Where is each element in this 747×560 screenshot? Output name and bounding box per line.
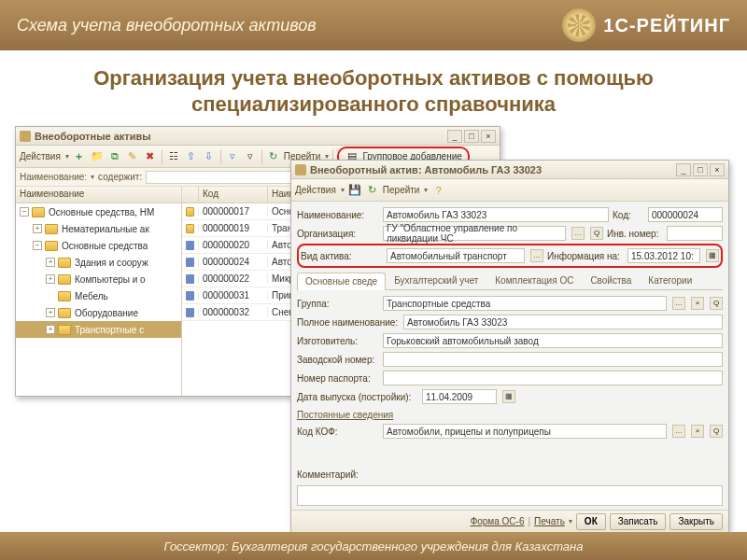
kind-field[interactable]: Автомобильный транспорт: [387, 248, 525, 263]
comment-field[interactable]: [297, 485, 723, 506]
tab[interactable]: Комплектация ОС: [486, 272, 582, 289]
save-icon[interactable]: 💾: [347, 183, 362, 198]
select-icon[interactable]: …: [530, 249, 543, 262]
kof-field[interactable]: Автомобили, прицепы и полуприцепы: [383, 424, 667, 439]
col-name[interactable]: Наименование: [16, 187, 182, 203]
dropdown-icon[interactable]: ▾: [91, 173, 94, 181]
close-button[interactable]: ×: [481, 130, 496, 143]
window-asset-form: Внеоборотный актив: Автомобиль ГАЗ 33023…: [290, 160, 729, 533]
tree-item[interactable]: +Оборудование: [16, 304, 181, 321]
dropdown-icon[interactable]: ▾: [341, 186, 345, 194]
tree-toggle-icon[interactable]: +: [46, 258, 55, 267]
canvas: Внеоборотные активы _ □ × Действия ▾ ＋ 📁…: [15, 126, 732, 535]
col-icon[interactable]: [182, 187, 199, 203]
tree-item[interactable]: +Компьютеры и о: [16, 271, 181, 287]
clear-filter-icon[interactable]: ▿: [243, 149, 258, 164]
tree-toggle-icon[interactable]: +: [33, 224, 42, 233]
col-code[interactable]: Код: [199, 187, 268, 203]
dropdown-icon[interactable]: ▾: [569, 517, 572, 525]
select-icon[interactable]: …: [571, 227, 585, 240]
tab[interactable]: Бухгалтерский учет: [386, 272, 486, 289]
open-icon[interactable]: Q: [710, 425, 723, 438]
actions-menu[interactable]: Действия: [20, 151, 63, 161]
org-field[interactable]: ГУ "Областное управление по ликвидации Ч…: [383, 226, 566, 241]
tree-item[interactable]: −Основные средства, НМ: [16, 203, 181, 220]
tree-item[interactable]: +Здания и сооруж: [16, 254, 181, 271]
folder-icon: [186, 224, 194, 233]
passport-field[interactable]: [383, 371, 723, 385]
tree-item[interactable]: Мебель: [16, 287, 181, 304]
window-title: Внеоборотный актив: Автомобиль ГАЗ 33023: [310, 164, 676, 175]
tab[interactable]: Категории: [640, 272, 700, 289]
help-icon[interactable]: ?: [430, 183, 445, 198]
dropdown-icon[interactable]: ▾: [65, 152, 69, 161]
maximize-button[interactable]: □: [464, 130, 479, 143]
clear-icon[interactable]: ×: [691, 297, 704, 310]
tree-label: Компьютеры и о: [75, 274, 146, 285]
group-label: Группа:: [297, 299, 379, 309]
tree-label: Транспортные с: [75, 325, 144, 335]
tree-toggle-icon[interactable]: +: [46, 325, 55, 334]
minimize-button[interactable]: _: [676, 163, 691, 176]
mark-delete-icon[interactable]: ✖: [143, 149, 158, 164]
passport-label: Номер паспорта:: [297, 373, 379, 384]
form-os6-link[interactable]: Форма ОС-6: [471, 516, 525, 526]
calendar-icon[interactable]: ▦: [706, 249, 719, 262]
calendar-icon[interactable]: ▦: [502, 390, 515, 403]
name-field[interactable]: Автомобиль ГАЗ 33023: [383, 207, 609, 222]
filter-name-label: Наименование:: [20, 172, 87, 182]
filter-icon[interactable]: ▿: [225, 149, 240, 164]
tree-toggle-icon[interactable]: −: [33, 241, 42, 250]
factory-field[interactable]: [383, 352, 723, 367]
select-icon[interactable]: …: [672, 297, 685, 310]
maker-field[interactable]: Горьковский автомобильный завод: [383, 333, 723, 348]
group-field[interactable]: Транспортные средства: [383, 296, 667, 311]
org-label: Организация:: [297, 229, 379, 239]
hierarchy-icon[interactable]: ☷: [166, 149, 181, 164]
refresh-icon[interactable]: ↻: [365, 183, 380, 198]
goto-menu[interactable]: Перейти: [383, 185, 422, 195]
tree-header: Наименование: [16, 187, 182, 203]
open-icon[interactable]: Q: [710, 297, 723, 310]
add-copy-icon[interactable]: ⧉: [107, 149, 122, 164]
tree-label: Здания и сооруж: [75, 258, 148, 268]
code-field[interactable]: 000000024: [648, 207, 723, 222]
move-down-icon[interactable]: ⇩: [202, 149, 217, 164]
tab[interactable]: Основные сведе: [297, 273, 386, 290]
open-icon[interactable]: Q: [590, 227, 603, 240]
ok-button[interactable]: ОК: [576, 513, 606, 530]
tree-label: Мебель: [75, 291, 108, 301]
tree-item[interactable]: −Основные средства: [16, 237, 181, 254]
tree-toggle-icon[interactable]: +: [46, 308, 55, 317]
actions-menu[interactable]: Действия: [295, 185, 338, 195]
fullname-field[interactable]: Автомобиль ГАЗ 33023: [403, 315, 723, 329]
save-button[interactable]: Записать: [610, 513, 667, 530]
window-titlebar[interactable]: Внеоборотные активы _ □ ×: [16, 127, 500, 146]
window-titlebar[interactable]: Внеоборотный актив: Автомобиль ГАЗ 33023…: [291, 161, 728, 179]
tree-item[interactable]: +Нематериальные ак: [16, 220, 181, 237]
minimize-button[interactable]: _: [447, 130, 462, 143]
info-date-field[interactable]: 15.03.2012 10:: [627, 248, 700, 263]
add-icon[interactable]: ＋: [72, 149, 87, 164]
tree-item[interactable]: +Транспортные с: [16, 321, 181, 338]
clear-icon[interactable]: ×: [691, 425, 704, 438]
cell-code: 000000022: [199, 273, 268, 284]
cell-code: 000000017: [199, 206, 268, 217]
item-icon: [186, 291, 194, 301]
print-menu[interactable]: Печать: [534, 516, 565, 526]
date-field[interactable]: 11.04.2009: [422, 389, 497, 404]
folder-icon: [58, 325, 71, 335]
dropdown-icon[interactable]: ▾: [424, 186, 428, 194]
add-folder-icon[interactable]: 📁: [90, 149, 105, 164]
close-button[interactable]: Закрыть: [669, 513, 723, 530]
close-button[interactable]: ×: [710, 163, 725, 176]
edit-icon[interactable]: ✎: [125, 149, 140, 164]
tab[interactable]: Свойства: [582, 272, 640, 289]
tree-toggle-icon[interactable]: −: [20, 207, 29, 217]
inv-field[interactable]: [667, 226, 723, 241]
maximize-button[interactable]: □: [693, 163, 708, 176]
tree-toggle-icon[interactable]: +: [46, 274, 55, 284]
refresh-icon[interactable]: ↻: [266, 149, 281, 164]
select-icon[interactable]: …: [672, 425, 685, 438]
move-up-icon[interactable]: ⇧: [184, 149, 199, 164]
